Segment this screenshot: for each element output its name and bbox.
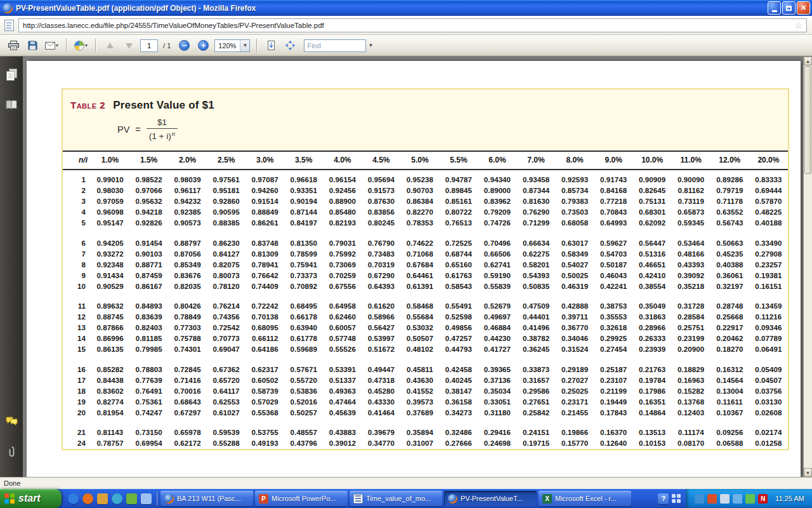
cell-pv-factor: 0.13004 bbox=[710, 385, 749, 396]
table-row: 20.980300.970660.961170.951810.942600.93… bbox=[63, 185, 788, 196]
cell-pv-factor: 0.92348 bbox=[91, 259, 129, 270]
taskbar-task[interactable]: Microsoft Excel - r... bbox=[539, 491, 631, 506]
comments-panel-button[interactable] bbox=[4, 413, 19, 429]
vertical-scrollbar[interactable]: ▲ ▼ bbox=[803, 57, 812, 477]
zoom-level-dropdown[interactable]: 120% ▼ bbox=[214, 39, 250, 52]
cell-pv-factor: 0.96098 bbox=[91, 207, 129, 218]
help-button[interactable]: ? bbox=[658, 493, 669, 504]
email-icon[interactable] bbox=[97, 493, 108, 504]
cell-pv-factor: 0.78941 bbox=[246, 259, 284, 270]
table-row: 120.887450.836390.788490.743560.701380.6… bbox=[63, 312, 788, 323]
taskbar-clock[interactable]: 11:25 AM bbox=[775, 495, 804, 502]
pdf-page-area[interactable]: Table 2 Present Value of $1 PV = $1 (1 +… bbox=[23, 57, 803, 477]
cell-pv-factor: 0.83748 bbox=[246, 229, 284, 249]
minimize-button[interactable] bbox=[768, 1, 781, 15]
cell-pv-factor: 0.20900 bbox=[672, 344, 710, 355]
url-field[interactable]: http://classes.lanecc.edu/file.php/24555… bbox=[18, 18, 807, 32]
zoom-out-button[interactable]: − bbox=[176, 37, 192, 53]
security-shield-icon[interactable] bbox=[707, 494, 717, 504]
taskbar-task[interactable]: PV-PresentValueT... bbox=[444, 491, 537, 506]
email-button[interactable]: ▾ bbox=[44, 37, 60, 53]
taskbar-task[interactable]: BA 213 W11 (Pasc... bbox=[160, 491, 253, 506]
page-number-input[interactable] bbox=[140, 39, 158, 52]
cell-pv-factor: 0.85161 bbox=[439, 196, 478, 207]
cell-pv-factor: 0.28584 bbox=[672, 312, 710, 323]
norton-icon[interactable]: N bbox=[758, 494, 768, 504]
cell-pv-factor: 0.67556 bbox=[323, 281, 362, 291]
cell-pv-factor: 0.61778 bbox=[284, 333, 323, 344]
show-desktop-icon[interactable] bbox=[141, 493, 152, 504]
cell-pv-factor: 0.88849 bbox=[246, 207, 284, 218]
find-input[interactable] bbox=[304, 39, 366, 52]
find-dropdown-button[interactable]: ▼ bbox=[366, 39, 375, 52]
scroll-up-button[interactable]: ▲ bbox=[804, 57, 812, 65]
cell-pv-factor: 0.92860 bbox=[207, 196, 246, 207]
cell-pv-factor: 0.93351 bbox=[284, 185, 323, 196]
scroll-mode-button[interactable] bbox=[263, 37, 279, 53]
cell-pv-factor: 0.16312 bbox=[710, 355, 749, 375]
powerpoint-icon bbox=[259, 494, 268, 504]
fullscreen-button[interactable] bbox=[282, 37, 298, 53]
display-icon[interactable] bbox=[695, 494, 704, 504]
chevron-down-icon[interactable]: ▼ bbox=[240, 40, 249, 51]
cell-pv-factor: 0.39711 bbox=[556, 312, 594, 323]
cell-pv-factor: 0.82270 bbox=[400, 207, 439, 218]
pdf-content-area: Table 2 Present Value of $1 PV = $1 (1 +… bbox=[0, 57, 812, 477]
cell-pv-factor: 0.83962 bbox=[478, 196, 516, 207]
cell-pv-factor: 0.89632 bbox=[91, 291, 129, 312]
attachments-panel-button[interactable] bbox=[4, 444, 19, 459]
network-icon[interactable] bbox=[733, 494, 742, 504]
scrollbar-thumb[interactable] bbox=[804, 66, 811, 174]
start-button[interactable]: start bbox=[0, 489, 62, 508]
cell-pv-factor: 0.81954 bbox=[91, 407, 129, 418]
taskbar-task[interactable]: Microsoft PowerPo... bbox=[255, 491, 348, 506]
cell-pv-factor: 0.89000 bbox=[478, 185, 516, 196]
table-row: 40.960980.942180.923850.905950.888490.87… bbox=[63, 207, 788, 218]
table-row: 60.942050.914540.887970.862300.837480.81… bbox=[63, 229, 788, 249]
firefox-icon[interactable] bbox=[82, 493, 93, 504]
zoom-in-button[interactable]: + bbox=[195, 37, 211, 53]
cell-pv-factor: 0.55720 bbox=[284, 375, 323, 385]
cell-pv-factor: 0.39365 bbox=[478, 355, 516, 375]
maximize-button[interactable] bbox=[782, 1, 796, 15]
cell-pv-factor: 0.39092 bbox=[672, 270, 710, 281]
cell-pv-factor: 0.48557 bbox=[284, 418, 323, 438]
taskbar-task[interactable]: Time_value_of_mo... bbox=[350, 491, 442, 506]
messenger-icon[interactable] bbox=[745, 494, 755, 504]
collaborate-button[interactable]: ▾ bbox=[73, 37, 89, 53]
cell-pv-factor: 0.97066 bbox=[129, 185, 168, 196]
cell-pv-factor: 0.69954 bbox=[129, 438, 168, 449]
cell-pv-factor: 0.98030 bbox=[91, 185, 129, 196]
scroll-down-button[interactable]: ▼ bbox=[804, 468, 812, 477]
pages-panel-button[interactable] bbox=[4, 67, 19, 82]
messenger-icon[interactable] bbox=[126, 493, 137, 504]
cell-pv-factor: 0.58349 bbox=[556, 248, 594, 259]
bookmark-star-icon[interactable]: ☆ bbox=[794, 21, 802, 30]
header-cell-rate: 2.0% bbox=[168, 152, 207, 170]
previous-page-button[interactable] bbox=[102, 37, 118, 53]
table-row: 80.923480.887710.853490.820750.789410.75… bbox=[63, 259, 788, 270]
media-player-icon[interactable] bbox=[112, 493, 122, 504]
url-text[interactable]: http://classes.lanecc.edu/file.php/24555… bbox=[23, 22, 324, 29]
internet-explorer-icon[interactable] bbox=[68, 493, 79, 504]
pdf-page: Table 2 Present Value of $1 PV = $1 (1 +… bbox=[27, 61, 801, 477]
dots-icon[interactable] bbox=[672, 494, 681, 503]
cell-pv-factor: 0.80073 bbox=[207, 270, 246, 281]
scrollbar-track[interactable] bbox=[804, 175, 812, 468]
print-button[interactable] bbox=[6, 37, 22, 53]
cell-pv-factor: 0.55288 bbox=[207, 438, 246, 449]
close-button[interactable]: ✕ bbox=[797, 1, 810, 15]
volume-icon[interactable] bbox=[720, 494, 730, 504]
cell-pv-factor: 0.39679 bbox=[362, 418, 400, 438]
document-icon[interactable] bbox=[4, 20, 14, 31]
header-cell-ni: n/i bbox=[63, 152, 91, 170]
cell-pv-factor: 0.64461 bbox=[400, 270, 439, 281]
bookmarks-panel-button[interactable] bbox=[4, 97, 19, 112]
cell-pv-factor: 0.19449 bbox=[594, 396, 633, 407]
cell-pv-factor: 0.25751 bbox=[672, 323, 710, 333]
header-cell-rate: 5.5% bbox=[439, 152, 478, 170]
save-button[interactable] bbox=[25, 37, 41, 53]
table-row: 200.819540.742470.672970.610270.553680.5… bbox=[63, 407, 788, 418]
next-page-button[interactable] bbox=[121, 37, 137, 53]
cell-pv-factor: 0.41496 bbox=[517, 323, 556, 333]
